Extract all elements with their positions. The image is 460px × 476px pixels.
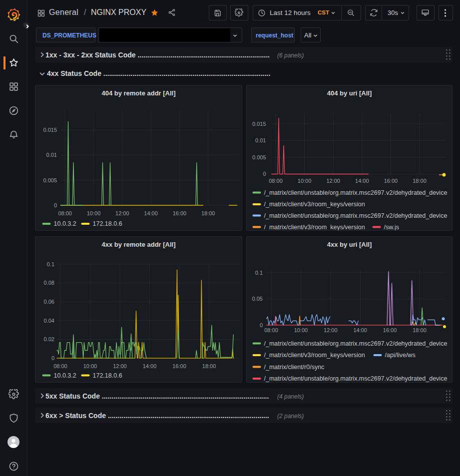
svg-text:172.18.0.6: 172.18.0.6 — [93, 372, 122, 379]
svg-text:16:00: 16:00 — [173, 210, 187, 216]
svg-text:14:00: 14:00 — [353, 327, 367, 333]
svg-text:18:00: 18:00 — [201, 210, 215, 216]
svg-text:0.06: 0.06 — [44, 299, 54, 305]
svg-text:/_matrix/client/unstable/org.m: /_matrix/client/unstable/org.matrix.msc2… — [264, 375, 448, 382]
svg-text:0.08: 0.08 — [44, 280, 54, 286]
svg-text:10:00: 10:00 — [294, 327, 308, 333]
svg-text:/api/live/ws: /api/live/ws — [385, 352, 416, 359]
svg-text:/_matrix/client/unstable/org.m: /_matrix/client/unstable/org.matrix.msc2… — [264, 212, 448, 219]
svg-text:0.005: 0.005 — [43, 177, 57, 183]
svg-text:/sw.js: /sw.js — [384, 224, 400, 231]
svg-text:0: 0 — [263, 171, 266, 177]
svg-text:0.015: 0.015 — [252, 121, 266, 127]
svg-text:/_matrix/client/v3/room_keys/v: /_matrix/client/v3/room_keys/version — [264, 352, 365, 359]
svg-text:12:00: 12:00 — [115, 210, 129, 216]
svg-text:0: 0 — [54, 202, 57, 208]
svg-text:10.0.3.2: 10.0.3.2 — [54, 372, 76, 379]
svg-text:14:00: 14:00 — [355, 178, 369, 184]
svg-text:0.01: 0.01 — [255, 137, 266, 143]
svg-text:172.18.0.6: 172.18.0.6 — [93, 220, 122, 227]
svg-text:0.1: 0.1 — [255, 270, 263, 276]
svg-text:/_matrix/client/unstable/org.m: /_matrix/client/unstable/org.matrix.msc2… — [264, 189, 448, 196]
svg-text:0: 0 — [51, 355, 54, 361]
svg-text:10:00: 10:00 — [87, 210, 101, 216]
svg-text:0: 0 — [260, 322, 263, 328]
svg-text:0.04: 0.04 — [44, 318, 54, 324]
svg-text:08:00: 08:00 — [53, 363, 67, 369]
svg-text:12:00: 12:00 — [326, 178, 340, 184]
svg-text:18:00: 18:00 — [413, 178, 427, 184]
svg-text:0.02: 0.02 — [44, 336, 54, 342]
svg-text:12:00: 12:00 — [113, 363, 127, 369]
svg-text:/_matrix/client/v3/room_keys/v: /_matrix/client/v3/room_keys/version — [264, 224, 365, 231]
svg-text:0.015: 0.015 — [43, 127, 57, 133]
svg-text:16:00: 16:00 — [383, 327, 397, 333]
svg-text:08:00: 08:00 — [264, 327, 278, 333]
svg-text:16:00: 16:00 — [384, 178, 398, 184]
svg-text:08:00: 08:00 — [58, 210, 72, 216]
svg-text:18:00: 18:00 — [413, 327, 427, 333]
svg-text:/_matrix/client/v3/room_keys/v: /_matrix/client/v3/room_keys/version — [264, 201, 365, 208]
svg-text:0.05: 0.05 — [252, 296, 263, 302]
svg-text:0.005: 0.005 — [252, 154, 266, 160]
svg-text:14:00: 14:00 — [143, 363, 157, 369]
svg-text:/_matrix/client/r0/sync: /_matrix/client/r0/sync — [264, 364, 325, 371]
svg-text:08:00: 08:00 — [269, 178, 283, 184]
svg-text:18:00: 18:00 — [202, 363, 216, 369]
svg-text:10:00: 10:00 — [298, 178, 312, 184]
svg-text:/_matrix/client/unstable/org.m: /_matrix/client/unstable/org.matrix.msc2… — [264, 340, 448, 347]
svg-text:10:00: 10:00 — [83, 363, 97, 369]
svg-text:10.0.3.2: 10.0.3.2 — [54, 220, 76, 227]
svg-text:0.1: 0.1 — [47, 261, 54, 267]
svg-text:16:00: 16:00 — [172, 363, 186, 369]
svg-text:12:00: 12:00 — [324, 327, 338, 333]
svg-text:0.01: 0.01 — [46, 152, 57, 158]
svg-text:14:00: 14:00 — [144, 210, 158, 216]
